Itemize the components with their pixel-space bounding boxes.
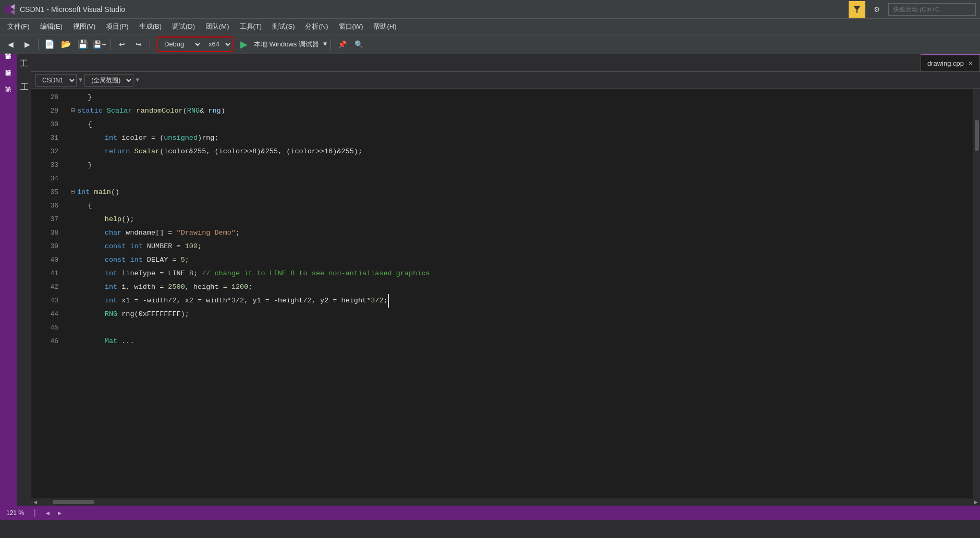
collapse-35[interactable]: ⊟	[71, 186, 75, 199]
line-num-35: 35	[31, 186, 58, 199]
build-config-select[interactable]: Debug Release	[158, 38, 202, 51]
code-line-33: }	[65, 158, 973, 172]
collapse-29[interactable]: ⊟	[71, 104, 75, 118]
status-bar: 121 % | ◀ ▶	[0, 506, 980, 520]
code-line-38: char wndname[] = "Drawing Demo" ;	[65, 226, 973, 240]
account-icon[interactable]: ⚙	[869, 2, 884, 17]
scroll-left-btn[interactable]: ◀	[33, 498, 37, 506]
file-tab-label: drawing.cpp	[927, 59, 964, 67]
code-line-42: int i, width = 2500 , height = 1200 ;	[65, 280, 973, 294]
code-editor: drawing.cpp ✕ CSDN1 ▼ (全局范围) ▼ 28 29 30 …	[31, 54, 980, 506]
redo-button[interactable]: ↪	[131, 37, 146, 52]
zoom-level[interactable]: 121 %	[6, 509, 24, 517]
scope-sep-2: ▼	[136, 77, 139, 84]
code-line-35: ⊟ int main ()	[65, 186, 973, 199]
title-bar: CSDN1 - Microsoft Visual Studio ⚙	[0, 0, 980, 19]
vertical-scrollbar[interactable]	[973, 89, 980, 498]
toolbar: ◀ ▶ 📄 📂 💾 💾+ ↩ ↪ Debug Release x64 x86 ▶…	[0, 34, 980, 54]
file-tab-drawing-cpp[interactable]: drawing.cpp ✕	[921, 54, 980, 71]
scrollbar-thumb[interactable]	[975, 120, 979, 151]
line-num-30: 30	[31, 118, 58, 131]
activity-icon-3[interactable]: 调试	[1, 90, 16, 104]
line-num-41: 41	[31, 267, 58, 280]
debug-config: Debug Release x64 x86	[157, 36, 233, 52]
run-target-chevron[interactable]: ▼	[323, 41, 327, 48]
filter-icon[interactable]	[849, 1, 865, 18]
code-line-46: Mat ...	[65, 335, 973, 348]
code-line-43: int x1 = -width/ 2 , x2 = width* 3 / 2 ,…	[65, 294, 973, 308]
nav-forward-button[interactable]: ▶	[20, 37, 34, 52]
horizontal-scrollbar[interactable]: ◀ ▶	[31, 498, 980, 506]
menu-view[interactable]: 视图(V)	[68, 20, 101, 33]
menu-test[interactable]: 测试(S)	[267, 20, 300, 33]
tab-bar: drawing.cpp ✕	[31, 54, 980, 72]
toolbar-separator-4	[330, 39, 331, 50]
status-sep-1: |	[32, 508, 38, 518]
search-button[interactable]: 🔍	[351, 37, 366, 52]
line-num-31: 31	[31, 131, 58, 145]
run-button[interactable]: ▶	[240, 39, 248, 50]
line-num-28: 28	[31, 91, 58, 104]
line-num-44: 44	[31, 308, 58, 321]
scope-select[interactable]: (全局范围)	[84, 74, 133, 87]
h-scrollbar-thumb[interactable]	[53, 500, 94, 504]
line-num-32: 32	[31, 145, 58, 158]
activity-icon-2[interactable]: 错误列表	[1, 73, 16, 88]
menu-analyze[interactable]: 分析(N)	[300, 20, 333, 33]
menu-build[interactable]: 生成(B)	[134, 20, 167, 33]
code-line-41: int lineType = LINE_8; // change it to L…	[65, 267, 973, 280]
line-num-34: 34	[31, 172, 58, 186]
code-line-31: int icolor = ( unsigned )rng;	[65, 131, 973, 145]
left-panel-icons: 工 工	[16, 56, 31, 79]
line-num-36: 36	[31, 199, 58, 213]
line-num-45: 45	[31, 321, 58, 335]
activity-icon-1[interactable]: 源代码管理	[1, 56, 16, 71]
menu-project[interactable]: 项目(P)	[101, 20, 133, 33]
toolbar-separator-1	[38, 39, 39, 50]
file-tab-close[interactable]: ✕	[968, 60, 973, 67]
line-num-46: 46	[31, 335, 58, 348]
vs-logo	[4, 4, 16, 15]
line-num-42: 42	[31, 280, 58, 294]
line-num-39: 39	[31, 240, 58, 253]
menu-team[interactable]: 团队(M)	[200, 20, 235, 33]
save-file-button[interactable]: 💾	[76, 37, 90, 52]
open-file-button[interactable]: 📂	[59, 37, 74, 52]
code-line-29: ⊟ static Scalar randomColor ( RNG & rng …	[65, 104, 973, 118]
svg-marker-4	[853, 6, 861, 13]
code-line-28: }	[65, 91, 973, 104]
quick-launch-input[interactable]	[888, 3, 976, 16]
project-select[interactable]: CSDN1	[35, 74, 77, 87]
toolbar-separator-2	[111, 39, 111, 50]
scroll-next-btn[interactable]: ▶	[58, 509, 62, 517]
line-num-29: 29	[31, 104, 58, 118]
code-line-37: help ();	[65, 213, 973, 226]
undo-button[interactable]: ↩	[115, 37, 129, 52]
new-file-button[interactable]: 📄	[42, 37, 57, 52]
run-target-label[interactable]: 本地 Windows 调试器	[252, 40, 321, 49]
menu-window[interactable]: 窗口(W)	[334, 20, 369, 33]
code-lines[interactable]: } ⊟ static Scalar randomColor ( RNG & rn…	[65, 89, 973, 498]
scroll-right-btn[interactable]: ▶	[974, 498, 978, 506]
platform-select[interactable]: x64 x86	[202, 38, 232, 51]
menu-edit[interactable]: 编辑(E)	[35, 20, 68, 33]
title-bar-right: ⚙	[849, 1, 976, 18]
menu-file[interactable]: 文件(F)	[2, 20, 35, 33]
code-content: 28 29 30 31 32 33 34 35 36 37 38 39 40 4…	[31, 89, 980, 498]
menu-help[interactable]: 帮助(H)	[368, 20, 401, 33]
code-line-40: const int DELAY = 5 ;	[65, 253, 973, 267]
panel-icon-2[interactable]: 工	[16, 75, 31, 79]
line-num-40: 40	[31, 253, 58, 267]
menu-tools[interactable]: 工具(T)	[235, 20, 267, 33]
app-title: CSDN1 - Microsoft Visual Studio	[20, 5, 125, 14]
nav-back-button[interactable]: ◀	[3, 37, 18, 52]
menu-debug[interactable]: 调试(D)	[167, 20, 200, 33]
scroll-prev-btn[interactable]: ◀	[46, 509, 50, 517]
save-all-button[interactable]: 💾+	[92, 37, 107, 52]
code-line-36: {	[65, 199, 973, 213]
panel-icon-1[interactable]: 工	[18, 56, 30, 71]
code-line-39: const int NUMBER = 100 ;	[65, 240, 973, 253]
bookmark-button[interactable]: 📌	[335, 37, 349, 52]
line-num-37: 37	[31, 213, 58, 226]
text-cursor	[388, 294, 393, 308]
